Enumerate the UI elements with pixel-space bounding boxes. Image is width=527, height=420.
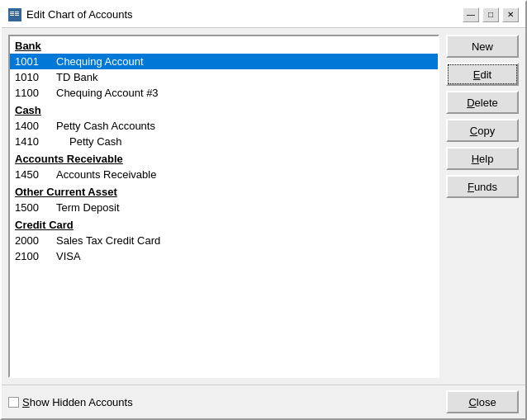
- section-header-credit-card: Credit Card: [10, 215, 438, 233]
- buttons-panel: New Edit Delete Copy Help Funds: [446, 35, 519, 378]
- new-button[interactable]: New: [446, 35, 519, 58]
- section-header-accounts-receivable: Accounts Receivable: [10, 149, 438, 167]
- item-name: Accounts Receivable: [56, 168, 156, 181]
- list-item[interactable]: 2000 Sales Tax Credit Card: [10, 233, 438, 248]
- content-area: Bank 1001 Chequing Account 1010 TD Bank …: [2, 28, 525, 385]
- show-hidden-checkbox[interactable]: [8, 397, 19, 408]
- svg-rect-1: [10, 12, 14, 12]
- item-name: Petty Cash: [56, 135, 122, 148]
- item-code: 1400: [15, 120, 56, 132]
- footer: Show Hidden Accounts Close: [2, 385, 525, 418]
- item-name: Term Deposit: [56, 201, 120, 214]
- section-header-bank: Bank: [10, 36, 438, 54]
- item-name: TD Bank: [56, 71, 98, 83]
- item-code: 2100: [15, 250, 56, 262]
- item-code: 1500: [15, 201, 56, 214]
- accounts-list-container: Bank 1001 Chequing Account 1010 TD Bank …: [8, 35, 439, 378]
- item-name: Petty Cash Accounts: [56, 120, 155, 132]
- edit-button[interactable]: Edit: [446, 63, 519, 86]
- list-item[interactable]: 1001 Chequing Account: [10, 54, 438, 69]
- title-bar-left: Edit Chart of Accounts: [8, 8, 133, 21]
- funds-button[interactable]: Funds: [446, 175, 519, 198]
- restore-button[interactable]: □: [482, 7, 499, 22]
- item-code: 1410: [15, 135, 56, 148]
- item-name: Chequing Account #3: [56, 87, 159, 99]
- list-item[interactable]: 1450 Accounts Receivable: [10, 167, 438, 182]
- list-item[interactable]: 2100 VISA: [10, 248, 438, 264]
- item-code: 1450: [15, 168, 56, 181]
- close-button[interactable]: Close: [446, 390, 519, 413]
- item-name: Chequing Account: [56, 55, 144, 68]
- window-title: Edit Chart of Accounts: [26, 8, 133, 21]
- list-item[interactable]: 1400 Petty Cash Accounts: [10, 118, 438, 134]
- copy-button[interactable]: Copy: [446, 119, 519, 142]
- item-name: Sales Tax Credit Card: [56, 234, 160, 247]
- list-item[interactable]: 1500 Term Deposit: [10, 200, 438, 215]
- item-code: 1010: [15, 71, 56, 83]
- list-item[interactable]: 1410 Petty Cash: [10, 134, 438, 149]
- svg-rect-2: [10, 13, 14, 14]
- item-code: 1100: [15, 87, 56, 99]
- window-icon: [8, 8, 21, 21]
- title-bar: Edit Chart of Accounts — □ ✕: [2, 2, 525, 28]
- item-code: 2000: [15, 234, 56, 247]
- svg-rect-6: [15, 15, 19, 16]
- section-header-other-current-asset: Other Current Asset: [10, 182, 438, 200]
- title-controls: — □ ✕: [463, 7, 519, 22]
- list-item[interactable]: 1100 Chequing Account #3: [10, 85, 438, 101]
- svg-rect-5: [15, 13, 19, 14]
- close-window-button[interactable]: ✕: [502, 7, 519, 22]
- help-button[interactable]: Help: [446, 147, 519, 170]
- item-code: 1001: [15, 55, 56, 68]
- show-hidden-checkbox-container[interactable]: Show Hidden Accounts: [8, 396, 133, 408]
- svg-rect-4: [15, 12, 19, 12]
- section-header-cash: Cash: [10, 101, 438, 118]
- minimize-button[interactable]: —: [463, 7, 479, 22]
- svg-rect-3: [10, 15, 14, 16]
- item-name: VISA: [56, 250, 81, 262]
- delete-button[interactable]: Delete: [446, 91, 519, 114]
- main-window: Edit Chart of Accounts — □ ✕ Bank 1001 C…: [0, 0, 527, 420]
- accounts-list-scroll[interactable]: Bank 1001 Chequing Account 1010 TD Bank …: [10, 36, 438, 376]
- show-hidden-label: Show Hidden Accounts: [22, 396, 133, 408]
- list-item[interactable]: 1010 TD Bank: [10, 69, 438, 85]
